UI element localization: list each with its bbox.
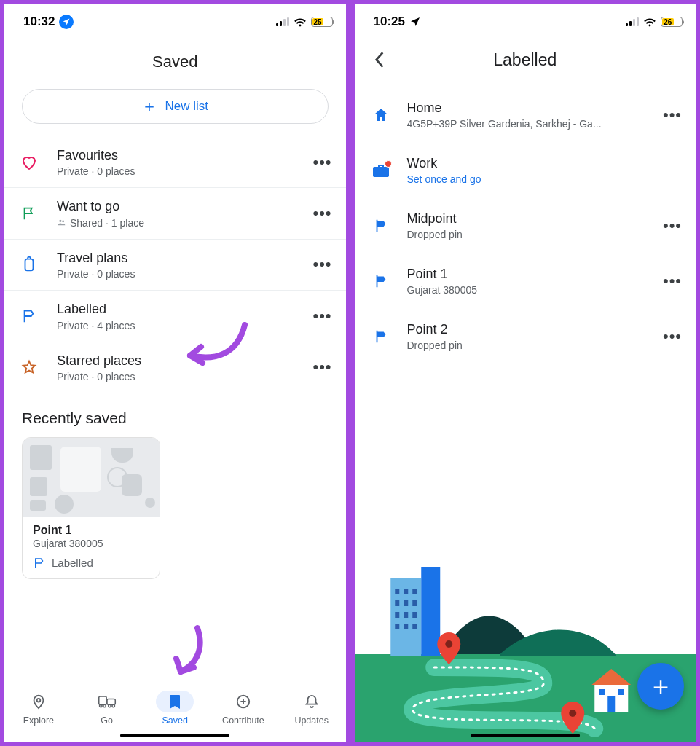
- list-row-favourites[interactable]: Favourites Private · 0 places •••: [4, 137, 346, 188]
- card-subtitle: Gujarat 380005: [33, 538, 149, 549]
- svg-point-1: [62, 221, 64, 223]
- svg-point-31: [569, 710, 576, 717]
- bell-icon: [304, 694, 319, 710]
- row-subtitle: Shared · 1 place: [57, 217, 311, 229]
- new-list-button[interactable]: ＋ New list: [22, 89, 329, 124]
- row-subtitle: 4G5P+39P Silver Gardenia, Sarkhej - Ga..…: [407, 118, 661, 130]
- plus-circle-icon: [235, 694, 251, 710]
- svg-rect-20: [395, 612, 399, 618]
- row-title: Home: [407, 101, 661, 116]
- svg-point-0: [59, 220, 61, 222]
- svg-rect-21: [404, 612, 408, 618]
- more-button[interactable]: •••: [311, 253, 334, 276]
- svg-rect-7: [107, 699, 115, 705]
- row-title: Travel plans: [57, 250, 311, 267]
- more-button[interactable]: •••: [311, 356, 334, 379]
- battery-level: 26: [662, 18, 674, 25]
- transit-icon: [98, 694, 117, 709]
- row-title: Favourites: [57, 147, 311, 164]
- svg-rect-2: [25, 259, 34, 271]
- svg-rect-19: [412, 600, 417, 606]
- list-row-want-to-go[interactable]: Want to go Shared · 1 place •••: [4, 188, 346, 239]
- suitcase-icon: [17, 256, 41, 273]
- row-subtitle: Private · 0 places: [57, 165, 311, 177]
- row-subtitle: Dropped pin: [407, 229, 661, 240]
- nav-go[interactable]: Go: [73, 691, 141, 726]
- page-title: Labelled: [366, 50, 685, 70]
- new-list-label: New list: [165, 99, 208, 114]
- flag-fill-icon: [368, 329, 394, 345]
- row-subtitle: Private · 0 places: [57, 268, 311, 280]
- nav-label: Updates: [294, 715, 329, 726]
- screen-labelled: 10:25 26 Labelled: [355, 4, 696, 742]
- svg-rect-24: [404, 624, 408, 629]
- more-button[interactable]: •••: [661, 325, 684, 348]
- row-title: Point 2: [407, 322, 661, 337]
- row-title: Midpoint: [407, 211, 661, 227]
- svg-rect-15: [404, 589, 408, 594]
- labelled-row-home[interactable]: Home 4G5P+39P Silver Gardenia, Sarkhej -…: [355, 87, 696, 143]
- nav-updates[interactable]: Updates: [278, 691, 346, 726]
- status-time: 10:25: [374, 15, 405, 29]
- screen-saved: 10:32 25 Saved ＋ New list: [4, 4, 346, 742]
- svg-point-8: [108, 704, 110, 707]
- wifi-icon: [294, 17, 307, 27]
- svg-point-9: [111, 704, 114, 707]
- row-subtitle[interactable]: Set once and go: [407, 173, 685, 185]
- svg-rect-16: [412, 589, 417, 594]
- status-bar: 10:32 25: [4, 4, 346, 39]
- labelled-row-midpoint[interactable]: Midpoint Dropped pin •••: [355, 198, 696, 254]
- flag-icon: [17, 205, 41, 221]
- people-icon: [57, 218, 66, 227]
- svg-rect-18: [404, 600, 408, 606]
- svg-rect-29: [618, 689, 624, 695]
- svg-rect-27: [607, 696, 615, 712]
- list-row-labelled[interactable]: Labelled Private · 4 places •••: [4, 291, 346, 342]
- row-title: Work: [407, 156, 685, 171]
- wifi-icon: [643, 17, 656, 27]
- heart-icon: [17, 154, 41, 171]
- list-row-travel-plans[interactable]: Travel plans Private · 0 places •••: [4, 240, 346, 291]
- list-row-starred[interactable]: Starred places Private · 0 places •••: [4, 342, 346, 393]
- row-title: Point 1: [407, 267, 661, 282]
- labelled-row-point1[interactable]: Point 1 Gujarat 380005 •••: [355, 254, 696, 309]
- more-button[interactable]: •••: [311, 151, 334, 174]
- card-tag-label: Labelled: [52, 557, 93, 569]
- card-image-placeholder: [23, 438, 160, 517]
- nav-explore[interactable]: Explore: [4, 691, 73, 726]
- home-icon: [368, 106, 394, 124]
- briefcase-icon: [368, 162, 394, 179]
- add-label-fab[interactable]: ＋: [637, 663, 684, 710]
- nav-label: Go: [101, 715, 113, 726]
- row-subtitle: Private · 4 places: [57, 320, 311, 331]
- svg-rect-28: [599, 689, 605, 695]
- svg-rect-22: [412, 612, 417, 618]
- battery-level: 25: [312, 18, 323, 25]
- svg-rect-4: [98, 696, 106, 704]
- nav-label: Saved: [162, 715, 188, 726]
- nav-contribute[interactable]: Contribute: [209, 691, 278, 726]
- svg-rect-14: [395, 589, 399, 594]
- more-button[interactable]: •••: [661, 103, 684, 127]
- labelled-row-work[interactable]: Work Set once and go: [355, 143, 696, 198]
- alert-dot-icon: [385, 160, 392, 168]
- bookmark-icon: [168, 694, 181, 710]
- location-services-icon: [59, 15, 74, 29]
- labelled-row-point2[interactable]: Point 2 Dropped pin •••: [355, 309, 696, 364]
- flag-fill-icon: [368, 273, 394, 289]
- more-button[interactable]: •••: [661, 214, 684, 237]
- cell-signal-icon: [626, 17, 639, 26]
- more-button[interactable]: •••: [311, 305, 334, 328]
- nav-label: Explore: [23, 715, 54, 726]
- row-subtitle: Gujarat 380005: [407, 284, 661, 296]
- svg-rect-17: [395, 600, 399, 606]
- nav-saved[interactable]: Saved: [141, 691, 209, 726]
- home-indicator: [120, 734, 229, 737]
- recent-card[interactable]: Point 1 Gujarat 380005 Labelled: [22, 437, 160, 579]
- label-flag-icon: [17, 308, 41, 324]
- battery-icon: 25: [311, 17, 333, 27]
- svg-point-30: [445, 640, 452, 648]
- star-icon: [17, 359, 41, 375]
- more-button[interactable]: •••: [311, 202, 334, 225]
- more-button[interactable]: •••: [661, 270, 684, 293]
